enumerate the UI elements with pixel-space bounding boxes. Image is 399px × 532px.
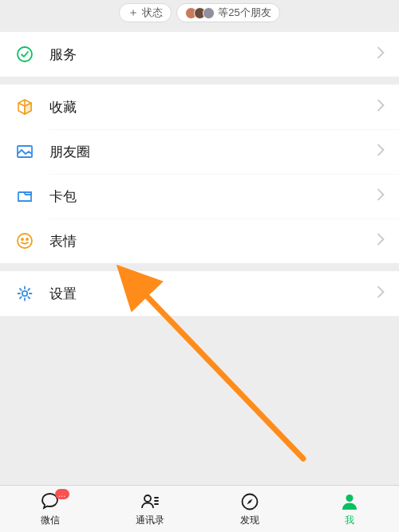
tab-chats[interactable]: … 微信 — [0, 486, 100, 532]
cards-icon — [14, 186, 35, 207]
plus-icon: ＋ — [128, 6, 139, 20]
service-icon — [14, 44, 35, 65]
svg-point-0 — [18, 47, 32, 61]
svg-point-2 — [18, 234, 32, 248]
friends-label: 等25个朋友 — [218, 6, 271, 20]
cell-stickers[interactable]: 表情 — [0, 219, 399, 263]
tab-label: 通讯录 — [136, 514, 164, 527]
chevron-right-icon — [377, 233, 385, 249]
chevron-right-icon — [377, 99, 385, 115]
settings-icon — [14, 283, 35, 304]
chevron-right-icon — [377, 286, 385, 301]
tab-label: 发现 — [240, 514, 259, 527]
contacts-icon — [139, 491, 161, 512]
tab-me[interactable]: 我 — [299, 486, 399, 532]
discover-icon — [239, 491, 261, 512]
svg-point-9 — [346, 495, 353, 502]
cell-cards[interactable]: 卡包 — [0, 174, 399, 219]
cell-label: 收藏 — [49, 98, 377, 116]
tab-bar: … 微信 通讯录 发现 — [0, 485, 399, 532]
tab-discover[interactable]: 发现 — [200, 486, 299, 532]
cell-label: 朋友圈 — [49, 143, 377, 161]
stickers-icon — [14, 231, 35, 251]
badge: … — [55, 489, 69, 499]
avatar-icon — [203, 7, 215, 19]
cell-moments[interactable]: 朋友圈 — [0, 129, 399, 174]
content: ＋ 状态 等25个朋友 服务 — [0, 0, 399, 485]
tab-contacts[interactable]: 通讯录 — [100, 486, 200, 532]
top-pills: ＋ 状态 等25个朋友 — [0, 3, 399, 22]
cell-settings[interactable]: 设置 — [0, 271, 399, 316]
chevron-right-icon — [377, 46, 385, 62]
favorites-icon — [14, 97, 35, 117]
cell-label: 服务 — [49, 45, 377, 64]
list-group-service: 服务 — [0, 32, 399, 77]
svg-point-4 — [26, 238, 28, 240]
svg-point-7 — [144, 495, 151, 502]
cell-label: 卡包 — [49, 187, 377, 206]
tab-label: 微信 — [41, 514, 60, 527]
tab-label: 我 — [345, 514, 354, 527]
cell-favorites[interactable]: 收藏 — [0, 85, 399, 129]
me-screen: ＋ 状态 等25个朋友 服务 — [0, 0, 399, 532]
friends-avatars — [185, 7, 215, 19]
chevron-right-icon — [377, 144, 385, 160]
status-label: 状态 — [142, 6, 163, 20]
list-group-main: 收藏 朋友圈 — [0, 85, 399, 263]
cell-label: 表情 — [49, 232, 377, 250]
moments-icon — [14, 141, 35, 162]
me-icon — [338, 491, 361, 512]
svg-point-3 — [22, 238, 23, 240]
cell-service[interactable]: 服务 — [0, 32, 399, 77]
friends-pill[interactable]: 等25个朋友 — [176, 3, 279, 22]
cell-label: 设置 — [49, 285, 377, 303]
svg-point-5 — [22, 291, 27, 296]
list-group-settings: 设置 — [0, 271, 399, 316]
status-pill[interactable]: ＋ 状态 — [119, 3, 172, 22]
chevron-right-icon — [377, 188, 385, 204]
